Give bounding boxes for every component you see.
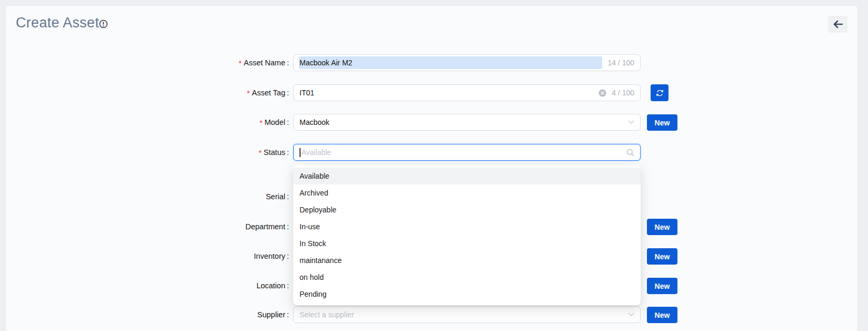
dropdown-option[interactable]: In-use (293, 218, 641, 235)
supplier-label: Supplier: (105, 306, 289, 323)
required-marker: * (258, 149, 261, 157)
model-select[interactable]: Macbook (293, 114, 641, 131)
required-marker: * (239, 59, 242, 67)
search-icon (626, 149, 634, 157)
page-title: Create Asset (16, 15, 99, 31)
serial-label: Serial: (105, 188, 289, 205)
status-placeholder: Available (302, 148, 332, 157)
new-inventory-button[interactable]: New (647, 248, 677, 265)
required-marker: * (247, 89, 250, 98)
asset-tag-input[interactable]: IT01 4 / 100 (293, 84, 641, 101)
dropdown-option[interactable]: on hold (293, 269, 641, 286)
info-icon[interactable] (99, 20, 108, 28)
dropdown-option[interactable]: In Stock (293, 235, 641, 252)
dropdown-option[interactable]: Available (293, 168, 641, 184)
generate-asset-tag-button[interactable] (651, 84, 669, 101)
new-model-button[interactable]: New (647, 114, 677, 131)
status-search-input[interactable]: Available (293, 144, 641, 161)
department-label: Department: (105, 218, 289, 235)
refresh-icon (655, 89, 664, 98)
asset-tag-value: IT01 (300, 89, 314, 97)
asset-name-counter: 14 / 100 (607, 59, 634, 67)
back-button[interactable] (828, 16, 847, 33)
dropdown-option[interactable]: Pending (293, 286, 641, 303)
dropdown-option[interactable]: Archived (293, 184, 641, 201)
asset-name-input[interactable]: Macbook Air M2 14 / 100 (293, 54, 641, 71)
asset-name-value: Macbook Air M2 (300, 59, 352, 67)
clear-icon[interactable] (598, 89, 606, 97)
supplier-placeholder: Select a supplier (300, 310, 354, 319)
status-label: *Status: (105, 144, 289, 161)
new-location-button[interactable]: New (647, 278, 677, 294)
new-department-button[interactable]: New (647, 219, 677, 235)
required-marker: * (260, 119, 262, 127)
model-label: *Model: (105, 114, 289, 131)
location-label: Location: (105, 277, 289, 294)
chevron-down-icon (628, 120, 634, 124)
supplier-select[interactable]: Select a supplier (293, 306, 641, 323)
chevron-down-icon (628, 313, 634, 317)
text-cursor (300, 148, 301, 157)
asset-tag-label: *Asset Tag: (105, 84, 289, 101)
dropdown-option[interactable]: maintanance (293, 252, 641, 269)
new-supplier-button[interactable]: New (647, 307, 677, 323)
inventory-label: Inventory: (105, 248, 289, 265)
status-dropdown: Available Archived Deployable In-use In … (293, 165, 641, 305)
asset-name-label: *Asset Name: (105, 54, 289, 71)
asset-tag-counter: 4 / 100 (612, 89, 634, 97)
model-value: Macbook (300, 118, 330, 126)
dropdown-option[interactable]: Deployable (293, 201, 641, 218)
arrow-left-icon (833, 20, 843, 28)
